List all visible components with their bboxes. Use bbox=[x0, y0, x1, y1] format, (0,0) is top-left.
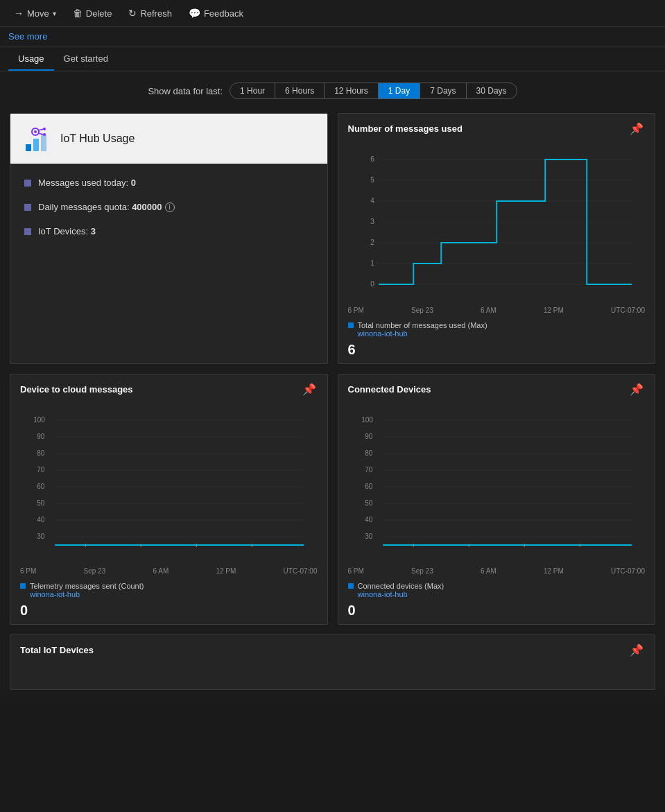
messages-legend-item: Total number of messages used (Max) wino… bbox=[348, 321, 646, 338]
svg-text:50: 50 bbox=[37, 499, 45, 507]
svg-text:40: 40 bbox=[37, 516, 45, 524]
svg-text:70: 70 bbox=[365, 466, 373, 474]
svg-text:30: 30 bbox=[37, 533, 45, 540]
refresh-icon: ↻ bbox=[128, 8, 137, 19]
time-option-6h[interactable]: 6 Hours bbox=[275, 83, 325, 98]
dashboard-grid: IoT Hub Usage Messages used today: 0 Dai… bbox=[10, 113, 655, 625]
svg-text:2: 2 bbox=[370, 239, 374, 246]
time-option-12h[interactable]: 12 Hours bbox=[325, 83, 379, 98]
svg-text:50: 50 bbox=[365, 499, 373, 507]
time-filter-options: 1 Hour 6 Hours 12 Hours 1 Day 7 Days 30 … bbox=[230, 83, 517, 99]
time-option-1d[interactable]: 1 Day bbox=[379, 83, 420, 98]
device-cloud-legend-value: 0 bbox=[10, 601, 327, 624]
connected-devices-legend: Connected devices (Max) winona-iot-hub bbox=[338, 578, 655, 601]
pin-button-messages[interactable]: 📌 bbox=[628, 121, 645, 137]
svg-text:60: 60 bbox=[365, 483, 373, 490]
svg-point-8 bbox=[43, 133, 46, 136]
svg-text:40: 40 bbox=[365, 516, 373, 524]
svg-text:80: 80 bbox=[37, 449, 45, 457]
connected-devices-card: Connected Devices 📌 100 90 80 70 60 50 4… bbox=[338, 374, 656, 625]
svg-text:100: 100 bbox=[33, 416, 45, 424]
total-iot-title: Total IoT Devices bbox=[20, 645, 94, 655]
device-cloud-chart-area: 100 90 80 70 60 50 40 30 bbox=[10, 403, 327, 567]
messages-used-card: Number of messages used 📌 6 5 4 3 2 1 0 bbox=[338, 113, 656, 364]
svg-point-7 bbox=[43, 128, 46, 130]
svg-point-4 bbox=[34, 130, 37, 133]
svg-rect-0 bbox=[26, 144, 31, 151]
tabs-bar: Usage Get started bbox=[0, 46, 665, 71]
tab-get-started[interactable]: Get started bbox=[54, 46, 118, 71]
delete-button[interactable]: 🗑 Delete bbox=[66, 4, 119, 22]
see-more-bar: See more bbox=[0, 27, 665, 46]
messages-legend-value: 6 bbox=[338, 340, 655, 363]
messages-chart-area: 6 5 4 3 2 1 0 bbox=[338, 142, 655, 306]
connected-devices-title: Connected Devices bbox=[348, 384, 431, 395]
iot-logo-icon bbox=[24, 125, 52, 153]
connected-devices-chart-area: 100 90 80 70 60 50 40 30 bbox=[338, 403, 655, 567]
total-iot-header: Total IoT Devices 📌 bbox=[10, 635, 655, 664]
svg-text:60: 60 bbox=[37, 483, 45, 490]
pin-button-total-iot[interactable]: 📌 bbox=[628, 642, 645, 658]
stat-dot-quota bbox=[24, 204, 31, 211]
iot-usage-card: IoT Hub Usage Messages used today: 0 Dai… bbox=[10, 113, 328, 364]
connected-devices-svg: 100 90 80 70 60 50 40 30 bbox=[348, 408, 646, 561]
iot-usage-body: Messages used today: 0 Daily messages qu… bbox=[10, 164, 327, 264]
svg-rect-1 bbox=[33, 139, 39, 151]
svg-text:70: 70 bbox=[37, 466, 45, 474]
legend-color-connected bbox=[348, 583, 354, 589]
time-option-7d[interactable]: 7 Days bbox=[420, 83, 466, 98]
svg-text:0: 0 bbox=[370, 280, 374, 288]
messages-x-labels: 6 PM Sep 23 6 AM 12 PM UTC-07:00 bbox=[338, 306, 655, 314]
device-cloud-svg: 100 90 80 70 60 50 40 30 bbox=[20, 408, 318, 561]
time-filter-label: Show data for last: bbox=[148, 86, 223, 96]
delete-icon: 🗑 bbox=[73, 8, 83, 19]
stat-row-devices: IoT Devices: 3 bbox=[24, 226, 313, 236]
device-cloud-x-labels: 6 PM Sep 23 6 AM 12 PM UTC-07:00 bbox=[10, 567, 327, 575]
toolbar: → Move ▾ 🗑 Delete ↻ Refresh 💬 Feedback bbox=[0, 0, 665, 27]
legend-color-messages bbox=[348, 322, 354, 328]
time-filter-bar: Show data for last: 1 Hour 6 Hours 12 Ho… bbox=[0, 71, 665, 106]
time-option-1h[interactable]: 1 Hour bbox=[230, 83, 275, 98]
device-cloud-legend-item: Telemetry messages sent (Count) winona-i… bbox=[20, 582, 318, 598]
svg-text:80: 80 bbox=[365, 449, 373, 457]
svg-text:3: 3 bbox=[370, 218, 374, 225]
messages-chart-svg: 6 5 4 3 2 1 0 bbox=[348, 148, 646, 300]
connected-devices-x-labels: 6 PM Sep 23 6 AM 12 PM UTC-07:00 bbox=[338, 567, 655, 575]
dashboard: IoT Hub Usage Messages used today: 0 Dai… bbox=[0, 106, 665, 697]
feedback-icon: 💬 bbox=[189, 8, 200, 19]
feedback-button[interactable]: 💬 Feedback bbox=[182, 4, 250, 22]
svg-text:90: 90 bbox=[37, 433, 45, 440]
svg-text:5: 5 bbox=[370, 176, 374, 184]
svg-line-6 bbox=[38, 133, 44, 135]
messages-used-header: Number of messages used 📌 bbox=[338, 114, 655, 142]
connected-devices-legend-item: Connected devices (Max) winona-iot-hub bbox=[348, 582, 646, 598]
pin-button-connected[interactable]: 📌 bbox=[628, 381, 645, 397]
tab-usage[interactable]: Usage bbox=[8, 46, 54, 71]
device-cloud-card: Device to cloud messages 📌 100 90 80 70 … bbox=[10, 374, 328, 625]
svg-text:1: 1 bbox=[370, 259, 374, 267]
svg-line-5 bbox=[38, 129, 44, 130]
svg-rect-2 bbox=[41, 135, 46, 151]
see-more-link[interactable]: See more bbox=[8, 31, 47, 42]
move-button[interactable]: → Move ▾ bbox=[7, 4, 63, 22]
iot-usage-title: IoT Hub Usage bbox=[60, 132, 135, 145]
svg-text:30: 30 bbox=[365, 533, 373, 540]
move-icon: → bbox=[14, 8, 24, 19]
svg-text:90: 90 bbox=[365, 433, 373, 440]
connected-devices-header: Connected Devices 📌 bbox=[338, 374, 655, 403]
legend-color-device-cloud bbox=[20, 583, 26, 589]
pin-button-device-cloud[interactable]: 📌 bbox=[301, 381, 318, 397]
info-icon-quota[interactable]: i bbox=[165, 202, 175, 212]
stat-row-quota: Daily messages quota: 400000 i bbox=[24, 202, 313, 212]
connected-devices-legend-value: 0 bbox=[338, 601, 655, 624]
chevron-down-icon: ▾ bbox=[53, 10, 56, 17]
messages-used-title: Number of messages used bbox=[348, 123, 463, 134]
device-cloud-title: Device to cloud messages bbox=[20, 384, 133, 395]
time-option-30d[interactable]: 30 Days bbox=[467, 83, 517, 98]
device-cloud-legend: Telemetry messages sent (Count) winona-i… bbox=[10, 578, 327, 601]
svg-text:6: 6 bbox=[370, 155, 374, 163]
svg-text:4: 4 bbox=[370, 197, 374, 205]
device-cloud-header: Device to cloud messages 📌 bbox=[10, 374, 327, 403]
refresh-button[interactable]: ↻ Refresh bbox=[121, 4, 179, 22]
total-iot-card: Total IoT Devices 📌 bbox=[10, 634, 655, 690]
